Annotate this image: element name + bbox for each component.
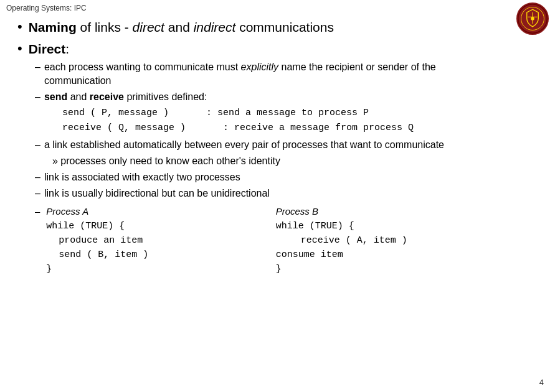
direct-item-3-text: a link established automatically between… <box>44 138 444 152</box>
dash-3: – <box>35 138 40 152</box>
direct-item-5-text: link is usually bidirectional but can be… <box>44 187 270 200</box>
direct-item-3: – a link established automatically betwe… <box>35 138 505 152</box>
slide-header: Operating Systems: IPC <box>0 0 93 16</box>
page-number: 4 <box>539 378 544 387</box>
dash-4: – <box>35 170 40 184</box>
code-receive-right: : receive a message from process Q <box>223 121 414 136</box>
arrow-text: » processes only need to know each other… <box>52 156 280 166</box>
dash-5: – <box>35 187 40 200</box>
direct-italic: direct <box>133 20 164 34</box>
process-a-label: Process A <box>46 204 275 218</box>
process-a-line2: produce an item <box>46 233 275 248</box>
process-b-line1: while (TRUE) { <box>276 219 505 233</box>
direct-item-2-text: send and receive primitives defined: <box>44 90 207 104</box>
direct-item-arrow: » processes only need to know each other… <box>52 154 505 168</box>
indirect-italic: indirect <box>194 20 236 34</box>
svg-point-4 <box>531 17 534 21</box>
code-receive-line: receive ( Q, message ) : receive a messa… <box>62 121 505 136</box>
naming-bold: Naming <box>29 20 77 34</box>
page-number-text: 4 <box>539 378 544 387</box>
direct-item-5: – link is usually bidirectional but can … <box>35 187 505 200</box>
process-b-line3: consume item <box>276 248 505 262</box>
process-a-line3: send ( B, item ) <box>46 248 275 262</box>
process-b-label: Process B <box>276 204 505 218</box>
slide-content: • Naming of links - direct and indirect … <box>17 19 505 373</box>
code-receive-left: receive ( Q, message ) <box>62 121 186 136</box>
process-b-line2: receive ( A, item ) <box>276 233 505 248</box>
header-title: Operating Systems: IPC <box>6 4 87 12</box>
dash-2: – <box>35 90 40 104</box>
direct-item-4-text: link is associated with exactly two proc… <box>44 170 240 184</box>
process-a-col: Process A while (TRUE) { produce an item… <box>46 204 275 276</box>
bullet-direct: • Direct: <box>17 40 505 57</box>
bullet-naming-text: Naming of links - direct and indirect co… <box>29 19 334 35</box>
university-logo <box>516 2 549 35</box>
receive-bold: receive <box>90 91 124 102</box>
code-send-left: send ( P, message ) <box>62 106 169 121</box>
direct-item-1-text: each process wanting to communicate must… <box>44 60 505 88</box>
process-a-line4: } <box>46 262 275 276</box>
process-b-line4: } <box>276 262 505 276</box>
direct-item-4: – link is associated with exactly two pr… <box>35 170 505 184</box>
dash-1: – <box>35 60 40 74</box>
send-bold: send <box>44 91 67 102</box>
bullet-direct-text: Direct: <box>29 40 69 57</box>
code-block-dash: – <box>35 204 40 276</box>
process-a-line1: while (TRUE) { <box>46 219 275 233</box>
direct-item-2: – send and receive primitives defined: <box>35 90 505 104</box>
explicitly-italic: explicitly <box>241 62 278 72</box>
bullet-dot-naming: • <box>17 19 22 35</box>
process-code-block: – Process A while (TRUE) { produce an it… <box>35 204 505 276</box>
code-send-line: send ( P, message ) : send a message to … <box>62 106 505 121</box>
bullet-dot-direct: • <box>17 40 22 57</box>
direct-bold: Direct <box>29 42 66 56</box>
process-b-col: Process B while (TRUE) { receive ( A, it… <box>276 204 505 276</box>
direct-item-1: – each process wanting to communicate mu… <box>35 60 505 88</box>
code-send-right: : send a message to process P <box>206 106 369 121</box>
bullet-naming: • Naming of links - direct and indirect … <box>17 19 505 35</box>
